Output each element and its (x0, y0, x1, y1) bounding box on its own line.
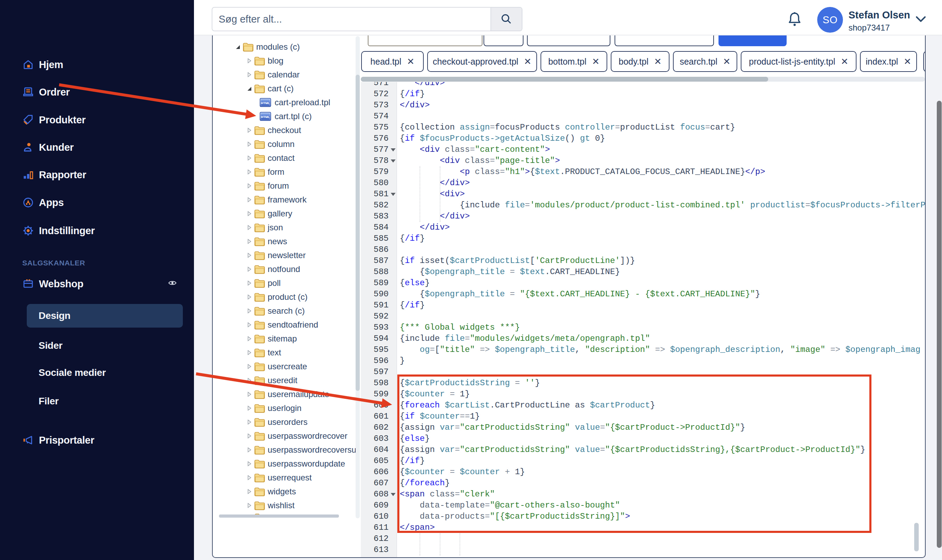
svg-text:HTML: HTML (261, 115, 270, 119)
svg-text:HTML: HTML (261, 101, 270, 105)
